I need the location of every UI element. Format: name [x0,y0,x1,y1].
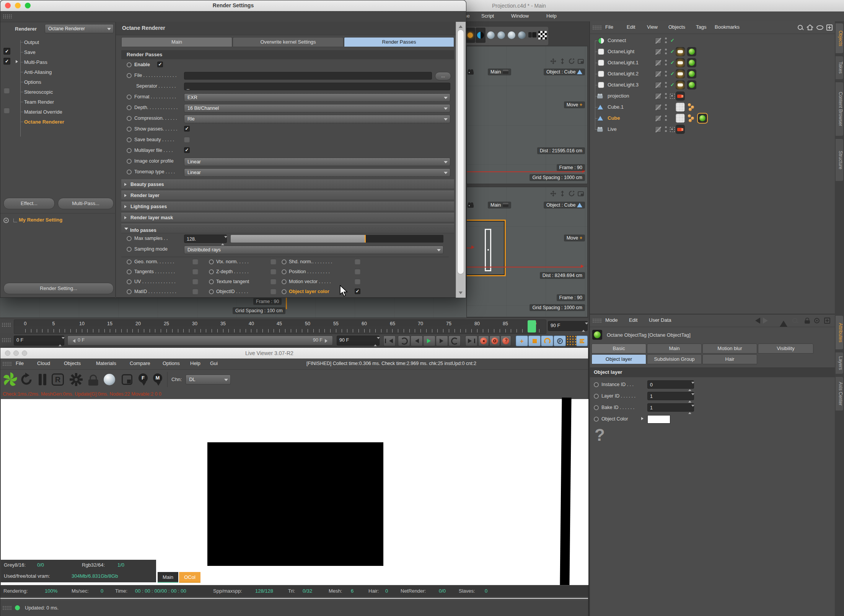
file-browse-button[interactable]: ... [435,72,451,80]
object-name[interactable]: OctaneLight.2 [608,71,639,77]
renderer-dropdown[interactable]: Octane Renderer [45,24,114,33]
grip-handle[interactable] [3,14,12,19]
lv-menu-options[interactable]: Options [163,360,180,366]
tree-antialiasing[interactable]: Anti-Aliasing [24,69,52,75]
multipass-button[interactable]: Multi-Pass... [58,198,114,209]
grip-handle[interactable] [2,338,11,343]
object-name[interactable]: OctaneLight.3 [608,82,639,88]
anim-dot-icon[interactable] [594,382,599,387]
viewport-top[interactable]: Main Object : Cube Move + Dist : 21595.0… [466,46,588,184]
search-icon[interactable] [797,24,803,31]
timeline-mode-button[interactable] [576,336,588,346]
live-viewer-titlebar[interactable]: Live Viewer 3.07-R2 [0,348,588,359]
side-tab-attributes[interactable]: Attributes [836,315,844,350]
help-question-mark[interactable]: ? [595,425,605,445]
tab-ocol[interactable]: OCol [179,572,200,583]
octane-tag-icon[interactable] [687,47,696,56]
history-forward-icon[interactable] [763,318,771,324]
lv-menu-cloud[interactable]: Cloud [37,360,50,366]
lock-icon[interactable] [805,318,810,323]
visibility-dot[interactable] [665,41,667,43]
expand-arrow-icon[interactable] [16,60,20,63]
om-menu-view[interactable]: View [647,24,658,30]
light-object-icon[interactable] [598,71,604,77]
key-rotation-toggle[interactable] [541,336,553,346]
render-setting-button[interactable]: Render Setting... [3,283,114,294]
tab-main[interactable]: Main [121,37,232,47]
octane-tag-icon-selected[interactable] [698,114,707,123]
object-row[interactable]: projection [590,91,835,102]
stepper-arrows[interactable] [582,323,585,331]
stepper-arrows[interactable] [688,405,692,414]
effect-button[interactable]: Effect... [3,198,55,209]
viewport-label[interactable]: Main [488,202,511,209]
stereoscopic-checkbox[interactable] [4,88,10,93]
depth-dropdown[interactable]: 16 Bit/Channel [184,104,450,112]
side-tab-takes[interactable]: Takes [836,56,844,80]
enabled-check-icon[interactable]: ✓ [670,60,675,65]
camera-link-icon[interactable] [670,94,675,99]
layer-icon[interactable] [655,104,661,110]
zoom-button[interactable] [22,350,27,356]
expand-arrow-icon[interactable] [641,417,645,420]
grip-handle[interactable] [592,25,601,30]
instance-id-field[interactable]: 0 [647,380,694,389]
dialog-titlebar[interactable]: Render Settings [0,0,466,11]
attr-menu-mode[interactable]: Mode [605,317,618,323]
material-sphere-2[interactable] [496,28,506,43]
play-reverse-loop-button[interactable] [398,336,410,346]
pan-icon[interactable] [550,190,557,197]
settings-button[interactable] [68,372,84,388]
render-active-view-button[interactable] [476,28,486,43]
max-samples-field[interactable]: 128. [184,235,227,243]
position-checkbox[interactable] [355,269,360,274]
tree-output[interactable]: Output [24,39,39,46]
dialog-scrollbar[interactable] [456,22,466,298]
object-name[interactable]: Cube.1 [608,104,624,110]
attr-menu-edit[interactable]: Edit [629,317,637,323]
anim-dot-icon[interactable] [127,236,132,241]
lv-menu-materials[interactable]: Materials [96,360,116,366]
object-row[interactable]: OctaneLight.1 ✓ [590,57,835,68]
attr-menu-userdata[interactable]: User Data [649,317,671,323]
camera-object-icon[interactable] [597,127,604,132]
layer-id-field[interactable]: 1 [647,392,694,400]
scroll-up-icon[interactable] [459,23,463,28]
material-sphere-3[interactable] [507,28,517,43]
enabled-check-icon[interactable]: ✓ [670,82,675,88]
object-layer-color-checkbox[interactable]: ✓ [355,288,360,294]
anim-dot-icon[interactable] [127,127,132,132]
timeline-ruler[interactable]: 0 5 10 15 20 25 30 35 40 45 50 55 60 65 … [14,319,546,334]
grip-handle[interactable] [2,323,11,328]
texture-tangent-checkbox[interactable] [270,279,276,284]
reset-button[interactable]: R [52,372,65,388]
layer-icon[interactable] [655,37,661,44]
anim-dot-icon[interactable] [127,116,132,121]
side-tab-content-browser[interactable]: Content Browser [836,82,844,136]
matid-checkbox[interactable] [192,288,198,294]
stepper-arrows[interactable] [59,337,62,346]
previous-frame-button[interactable] [411,336,423,346]
visibility-dot[interactable] [665,37,667,39]
octane-tag-icon[interactable] [687,58,696,67]
tree-octane-renderer[interactable]: Octane Renderer [24,119,64,125]
tree-options[interactable]: Options [24,79,41,85]
polygon-object-icon[interactable] [598,116,603,121]
grip-handle[interactable] [592,318,601,323]
lv-menu-compare[interactable]: Compare [130,360,150,366]
tab-motion-blur[interactable]: Motion blur [702,344,757,354]
object-row[interactable]: Cube.1 [590,102,835,113]
anim-dot-icon[interactable] [127,105,132,110]
tab-overwrite-kernel[interactable]: Overwrite kernel Settings [233,37,344,47]
scroll-down-icon[interactable] [459,292,463,296]
search-icon[interactable] [792,318,798,324]
light-object-icon[interactable] [598,49,604,54]
layer-icon[interactable] [655,126,661,132]
file-input[interactable] [184,72,432,80]
current-frame-stepper[interactable]: 90 F [337,336,380,345]
material-picker-button[interactable]: M [153,372,163,388]
object-name[interactable]: Cube [608,115,620,121]
lv-menu-objects[interactable]: Objects [64,360,81,366]
enabled-check-icon[interactable]: ✓ [670,37,675,43]
cloud-icon[interactable] [816,25,823,30]
